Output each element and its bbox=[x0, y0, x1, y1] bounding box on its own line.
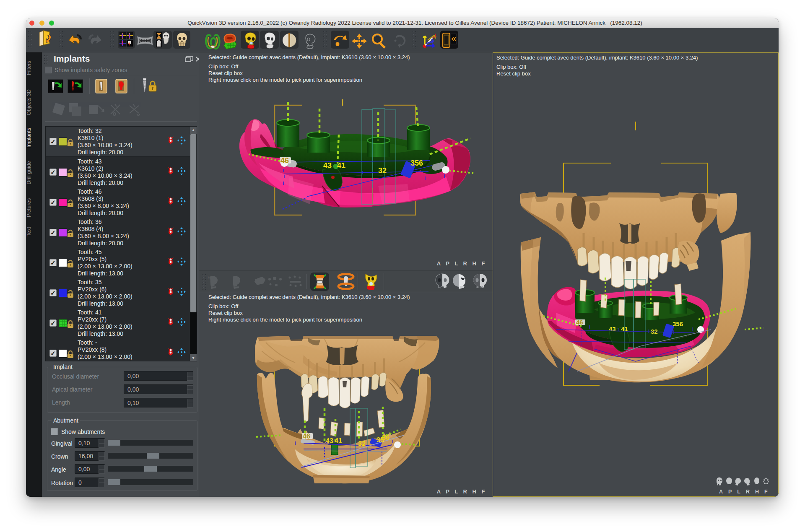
svg-text:41: 41 bbox=[337, 161, 345, 170]
svg-text:356: 356 bbox=[673, 320, 683, 327]
svg-text:32: 32 bbox=[651, 328, 658, 335]
svg-text:41: 41 bbox=[335, 437, 342, 444]
svg-text:32: 32 bbox=[378, 166, 387, 175]
svg-text:46: 46 bbox=[303, 433, 310, 440]
svg-text:43: 43 bbox=[609, 325, 616, 332]
svg-text:46: 46 bbox=[280, 156, 289, 165]
svg-text:43: 43 bbox=[326, 437, 333, 444]
svg-text:356: 356 bbox=[410, 159, 423, 167]
svg-text:32: 32 bbox=[358, 440, 366, 447]
svg-text:46: 46 bbox=[576, 319, 583, 326]
svg-text:43: 43 bbox=[323, 161, 332, 170]
svg-text:36: 36 bbox=[382, 434, 390, 441]
